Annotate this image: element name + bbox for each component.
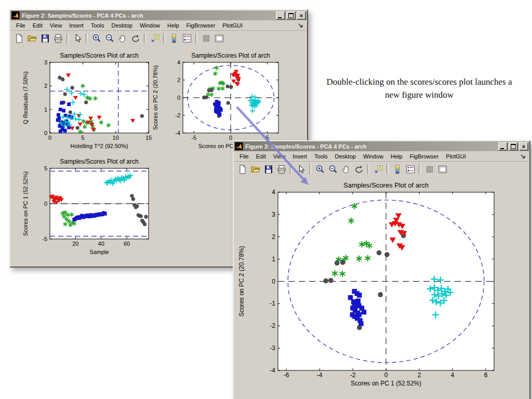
svg-text:5: 5 (81, 135, 84, 141)
menu-file[interactable]: File (12, 21, 29, 30)
svg-text:4: 4 (272, 189, 275, 196)
menu-overflow-icon[interactable] (298, 22, 304, 30)
axes-mode-icon[interactable] (213, 33, 225, 44)
svg-text:-4: -4 (270, 367, 275, 374)
figure3-titlebar[interactable]: Figure 3: Samples/Scores - PCA 4 PCs - a… (234, 141, 529, 151)
menu-view[interactable]: View (46, 21, 66, 30)
menu-insert[interactable]: Insert (65, 21, 87, 30)
zoom-in-icon[interactable] (90, 33, 102, 44)
svg-text:5: 5 (44, 165, 47, 171)
svg-text:Scores on PC 1 (52.52%): Scores on PC 1 (52.52%) (351, 380, 421, 387)
menu-desktop[interactable]: Desktop (331, 152, 360, 161)
svg-text:1: 1 (272, 256, 275, 263)
menu-overflow-icon[interactable] (520, 153, 526, 161)
hold-plot-icon[interactable] (200, 33, 212, 44)
zoom-out-icon[interactable] (327, 164, 339, 175)
maximize-button[interactable] (509, 142, 518, 151)
maximize-button[interactable] (286, 11, 296, 20)
colorbar-icon[interactable] (168, 33, 180, 44)
menu-view[interactable]: View (270, 152, 289, 161)
pan-hand-icon[interactable] (340, 164, 352, 175)
scores-vs-sample-plot[interactable]: 204060-505Samples/Scores Plot of archSam… (21, 155, 162, 262)
toolbar-separator (309, 164, 311, 174)
menu-plotgui[interactable]: PlotGUI (219, 21, 246, 30)
menu-window[interactable]: Window (136, 21, 164, 30)
matlab-icon (235, 142, 243, 150)
axes-mode-icon[interactable] (436, 164, 448, 175)
svg-text:0: 0 (384, 371, 388, 379)
figure3-toolbar (234, 162, 529, 177)
annotation-note: Double-clicking on the scores/scores plo… (311, 76, 528, 101)
toolbar-separator (367, 164, 369, 174)
svg-text:10: 10 (113, 135, 119, 141)
svg-text:0: 0 (272, 278, 275, 285)
svg-text:Samples/Scores Plot of arch: Samples/Scores Plot of arch (60, 52, 138, 59)
zoom-out-icon[interactable] (103, 33, 115, 44)
new-document-icon[interactable] (236, 164, 248, 175)
legend-icon[interactable] (404, 164, 416, 175)
svg-text:-5: -5 (42, 236, 47, 242)
annotation-line2: new figure window (311, 89, 528, 102)
qresiduals-plot[interactable]: 0510150123Samples/Scores Plot of archHot… (21, 49, 162, 154)
save-icon[interactable] (39, 33, 51, 44)
svg-text:-2: -2 (270, 322, 275, 329)
menu-desktop[interactable]: Desktop (108, 21, 136, 30)
arrow-cursor-icon[interactable] (295, 164, 307, 175)
rotate-3d-icon[interactable] (129, 33, 141, 44)
menu-figbrowser[interactable]: FigBrowser (183, 21, 219, 30)
pan-hand-icon[interactable] (116, 33, 128, 44)
svg-text:0: 0 (177, 95, 180, 101)
svg-text:Hotelling T^2 (92.50%): Hotelling T^2 (92.50%) (70, 143, 128, 149)
svg-text:Scores on PC 1 (52.52%): Scores on PC 1 (52.52%) (22, 171, 29, 236)
svg-text:1: 1 (44, 107, 47, 113)
scores-plot-large[interactable]: -6-4-20246-4-3-2-101234Samples/Scores Pl… (237, 179, 524, 394)
print-icon[interactable] (275, 164, 287, 175)
print-icon[interactable] (52, 33, 64, 44)
svg-text:4: 4 (177, 59, 180, 65)
svg-text:Samples/Scores Plot of arch: Samples/Scores Plot of arch (60, 158, 138, 165)
menu-edit[interactable]: Edit (29, 21, 46, 30)
hold-plot-icon[interactable] (423, 164, 435, 175)
data-tip-icon[interactable] (372, 164, 384, 175)
svg-text:-4: -4 (175, 130, 180, 136)
figure2-menubar: FileEditViewInsertToolsDesktopWindowHelp… (10, 20, 307, 31)
open-folder-icon[interactable] (26, 33, 38, 44)
close-button[interactable]: × (519, 142, 528, 151)
colorbar-icon[interactable] (391, 164, 403, 175)
data-tip-icon[interactable] (149, 33, 161, 44)
toolbar-separator (144, 33, 146, 43)
menu-tools[interactable]: Tools (87, 21, 108, 30)
matlab-icon (11, 11, 20, 19)
svg-text:2: 2 (44, 83, 47, 89)
save-icon[interactable] (262, 164, 274, 175)
toolbar-separator (86, 33, 88, 43)
arrow-cursor-icon[interactable] (71, 33, 83, 44)
menu-help[interactable]: Help (387, 152, 406, 161)
menu-insert[interactable]: Insert (289, 152, 311, 161)
zoom-in-icon[interactable] (314, 164, 326, 175)
svg-text:0: 0 (48, 135, 51, 141)
rotate-3d-icon[interactable] (353, 164, 365, 175)
minimize-button[interactable] (276, 11, 285, 20)
figure3-menubar: FileEditViewInsertToolsDesktopWindowHelp… (234, 151, 529, 162)
minimize-button[interactable] (498, 142, 508, 151)
menu-tools[interactable]: Tools (311, 152, 331, 161)
open-folder-icon[interactable] (249, 164, 261, 175)
svg-text:0: 0 (44, 201, 47, 207)
menu-file[interactable]: File (236, 152, 252, 161)
svg-text:-2: -2 (175, 112, 180, 118)
close-button[interactable]: × (297, 11, 306, 20)
figure2-toolbar (10, 31, 307, 46)
menu-plotgui[interactable]: PlotGUI (442, 152, 470, 161)
scores-plot-small[interactable]: -505-4-2024Samples/Scores Plot of archSc… (151, 49, 287, 154)
menu-window[interactable]: Window (360, 152, 387, 161)
svg-text:-1: -1 (270, 300, 275, 307)
figure2-titlebar[interactable]: Figure 2: Samples/Scores - PCA 4 PCs - a… (10, 10, 307, 20)
new-document-icon[interactable] (13, 33, 25, 44)
legend-icon[interactable] (181, 33, 193, 44)
window-title: Figure 3: Samples/Scores - PCA 4 PCs - a… (245, 143, 498, 150)
svg-text:Q Residuals (7.50%): Q Residuals (7.50%) (22, 71, 29, 124)
menu-edit[interactable]: Edit (252, 152, 270, 161)
menu-figbrowser[interactable]: FigBrowser (406, 152, 443, 161)
menu-help[interactable]: Help (164, 21, 183, 30)
